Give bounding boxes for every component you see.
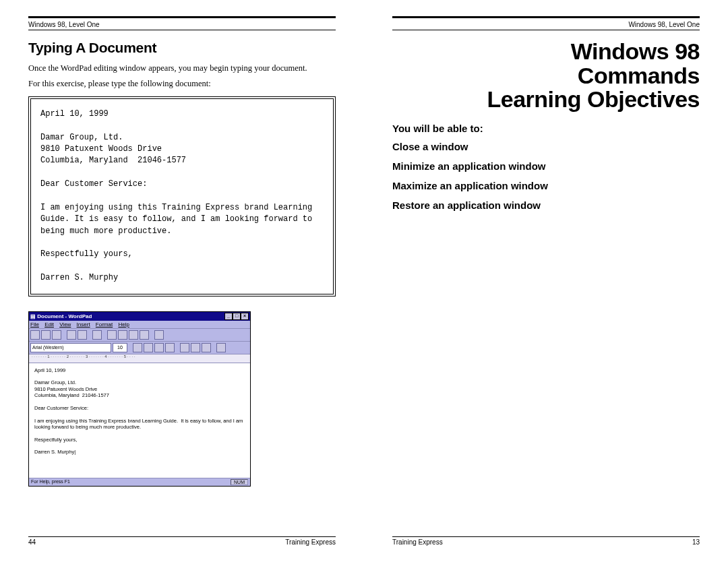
objective-item: Restore an application window <box>392 199 700 211</box>
open-icon[interactable] <box>41 330 51 340</box>
footer: Training Express 13 <box>392 536 700 546</box>
footer-brand: Training Express <box>285 538 336 546</box>
header-text: Windows 98, Level One <box>28 21 100 28</box>
right-page: Windows 98, Level One Windows 98 Command… <box>364 0 728 562</box>
running-header: Windows 98, Level One <box>392 20 700 30</box>
chapter-title-line3: Learning Objectives <box>487 86 700 112</box>
paste-icon[interactable] <box>129 330 138 340</box>
menu-view[interactable]: View <box>59 321 71 327</box>
footer-brand: Training Express <box>392 538 443 546</box>
wordpad-statusbar: For Help, press F1 NUM <box>29 478 250 486</box>
print-icon[interactable] <box>67 330 76 340</box>
objective-item: Minimize an application window <box>392 160 700 172</box>
chapter-title-line2: Commands <box>578 63 700 88</box>
sample-letter-box: April 10, 1999 Damar Group, Ltd. 9810 Pa… <box>28 96 336 296</box>
wordpad-titlebar: ▤ Document - WordPad _□× <box>29 312 250 321</box>
header-text: Windows 98, Level One <box>628 21 700 28</box>
maximize-icon[interactable]: □ <box>233 313 241 320</box>
wordpad-toolbar-2: Arial (Western) 10 <box>29 341 250 354</box>
new-icon[interactable] <box>30 330 40 340</box>
font-select[interactable]: Arial (Western) <box>30 343 111 352</box>
italic-icon[interactable] <box>144 343 153 352</box>
bold-icon[interactable] <box>133 343 142 352</box>
wordpad-window: ▤ Document - WordPad _□× File Edit View … <box>28 311 251 487</box>
menu-file[interactable]: File <box>30 321 39 327</box>
objective-item: Close a window <box>392 141 700 152</box>
datetime-icon[interactable] <box>154 330 164 340</box>
chapter-title: Windows 98 Commands Learning Objectives <box>392 40 700 112</box>
wordpad-title-text: Document - WordPad <box>37 313 92 319</box>
font-size-select[interactable]: 10 <box>113 343 127 352</box>
minimize-icon[interactable]: _ <box>224 313 233 320</box>
undo-icon[interactable] <box>140 330 149 340</box>
find-icon[interactable] <box>92 330 102 340</box>
wordpad-toolbar-1 <box>29 328 250 341</box>
chapter-title-line1: Windows 98 <box>571 38 700 64</box>
color-icon[interactable] <box>165 343 175 352</box>
align-left-icon[interactable] <box>180 343 189 352</box>
align-right-icon[interactable] <box>202 343 211 352</box>
objective-item: Maximize an application window <box>392 180 700 191</box>
app-icon: ▤ <box>30 313 36 319</box>
objectives-lead: You will be able to: <box>392 123 700 134</box>
status-help-text: For Help, press F1 <box>31 479 70 485</box>
running-header: Windows 98, Level One <box>28 20 336 30</box>
status-numlock: NUM <box>231 479 248 485</box>
top-rule <box>392 16 700 18</box>
underline-icon[interactable] <box>154 343 164 352</box>
menu-edit[interactable]: Edit <box>44 321 54 327</box>
footer: 44 Training Express <box>28 536 336 546</box>
menu-insert[interactable]: Insert <box>77 321 90 327</box>
menu-help[interactable]: Help <box>118 321 129 327</box>
preview-icon[interactable] <box>78 330 87 340</box>
menu-format[interactable]: Format <box>96 321 113 327</box>
intro-para-1: Once the WordPad editing window appears,… <box>28 63 336 74</box>
intro-para-2: For this exercise, please type the follo… <box>28 78 336 90</box>
wordpad-ruler: · · · · · · · 1 · · · · · · · 2 · · · · … <box>29 354 250 363</box>
wordpad-document-area[interactable]: April 10, 1999 Damar Group, Ltd. 9810 Pa… <box>29 363 250 478</box>
left-page: Windows 98, Level One Typing A Document … <box>0 0 364 562</box>
wordpad-menubar: File Edit View Insert Format Help <box>29 321 250 328</box>
save-icon[interactable] <box>52 330 61 340</box>
page-number: 13 <box>692 538 700 546</box>
close-icon[interactable]: × <box>241 313 249 320</box>
cut-icon[interactable] <box>107 330 117 340</box>
bullets-icon[interactable] <box>216 343 226 352</box>
top-rule <box>28 16 336 18</box>
section-title: Typing A Document <box>28 40 336 56</box>
copy-icon[interactable] <box>118 330 127 340</box>
page-number: 44 <box>28 538 36 546</box>
align-center-icon[interactable] <box>191 343 200 352</box>
